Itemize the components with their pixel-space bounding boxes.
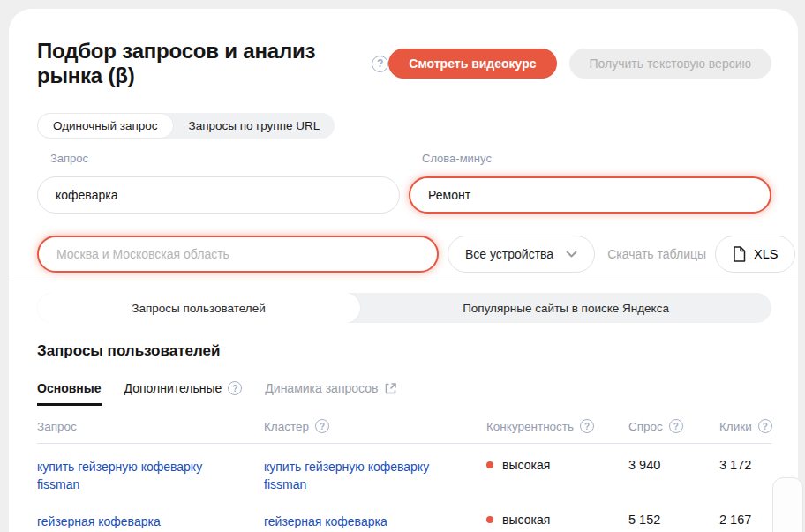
clicks-value: 3 172: [719, 458, 771, 472]
query-mode-switch: Одиночный запрос Запросы по группе URL: [37, 113, 335, 139]
chevron-down-icon: [566, 251, 577, 258]
col-header-cluster: Кластер: [264, 419, 486, 433]
queries-table: Запрос Кластер Конкурентность Спрос Клик…: [37, 419, 771, 532]
query-link[interactable]: купить гейзерную кофеварку fissman: [37, 458, 264, 494]
col-header-demand: Спрос: [628, 419, 719, 433]
file-icon: [733, 246, 746, 262]
demand-value: 5 152: [628, 513, 719, 527]
competition-dot-icon: [486, 461, 493, 468]
cluster-link[interactable]: купить гейзерную кофеварку fissman: [264, 458, 486, 494]
query-form: Запрос Слова-минус: [37, 152, 771, 214]
tab-main[interactable]: Основные: [37, 381, 102, 395]
scrollbar-thumb[interactable]: [772, 477, 803, 532]
minus-words-label: Слова-минус: [409, 152, 771, 165]
query-link[interactable]: гейзерная кофеварка: [37, 513, 264, 530]
demand-value: 3 940: [628, 458, 719, 472]
watch-videocourse-button[interactable]: Смотреть видеокурс: [388, 49, 556, 79]
competition-help-icon[interactable]: [580, 419, 594, 433]
demand-help-icon[interactable]: [669, 419, 683, 433]
results-tabs: Основные Дополнительные Динамика запросо…: [37, 381, 771, 395]
results-title: Запросы пользователей: [37, 342, 771, 360]
external-link-icon: [384, 382, 397, 395]
page-title: Подбор запросов и анализ рынка (β): [37, 39, 361, 88]
tab-query-dynamics[interactable]: Динамика запросов: [265, 381, 397, 395]
competition-value: высокая: [502, 458, 550, 472]
cluster-help-icon[interactable]: [315, 419, 329, 433]
download-tables-label: Скачать таблицы: [607, 247, 706, 261]
main-panel: Подбор запросов и анализ рынка (β) Смотр…: [9, 9, 798, 532]
competition-dot-icon: [486, 516, 493, 523]
header-buttons: Смотреть видеокурс Получить текстовую ве…: [388, 49, 771, 79]
clicks-help-icon[interactable]: [758, 419, 772, 433]
cluster-link[interactable]: гейзерная кофеварка: [264, 513, 486, 530]
table-row: купить гейзерную кофеварку fissman купит…: [37, 444, 771, 498]
results-view-switch: Запросы пользователей Популярные сайты в…: [37, 293, 771, 323]
devices-select[interactable]: Все устройства: [448, 236, 595, 273]
table-body: купить гейзерную кофеварку fissman купит…: [37, 444, 771, 532]
tab-additional-label: Дополнительные: [124, 381, 222, 395]
col-header-clicks: Клики: [719, 419, 772, 433]
competition-value: высокая: [502, 513, 550, 527]
competition-cell: высокая: [486, 458, 628, 472]
query-input[interactable]: [37, 176, 400, 214]
tab-additional[interactable]: Дополнительные: [124, 381, 243, 395]
tab-main-label: Основные: [37, 381, 102, 395]
download-xls-button[interactable]: XLS: [715, 236, 795, 273]
title-help-icon[interactable]: [372, 56, 388, 72]
query-label: Запрос: [37, 152, 400, 165]
tab-query-dynamics-label: Динамика запросов: [265, 381, 378, 395]
region-input[interactable]: [37, 236, 439, 273]
clicks-value: 2 167: [719, 513, 771, 527]
xls-button-label: XLS: [754, 247, 778, 261]
competition-cell: высокая: [486, 513, 628, 527]
devices-select-value: Все устройства: [465, 247, 553, 261]
col-header-query: Запрос: [37, 420, 264, 433]
tab-url-group-queries[interactable]: Запросы по группе URL: [174, 113, 335, 139]
segment-popular-sites[interactable]: Популярные сайты в поиске Яндекса: [360, 293, 771, 323]
additional-help-icon[interactable]: [228, 381, 242, 395]
header: Подбор запросов и анализ рынка (β) Смотр…: [37, 39, 771, 88]
col-header-competition: Конкурентность: [486, 419, 628, 433]
section-divider: [9, 281, 798, 281]
table-row: гейзерная кофеварка гейзерная кофеварка …: [37, 498, 771, 532]
get-text-version-button[interactable]: Получить текстовую версию: [569, 49, 771, 79]
segment-user-queries[interactable]: Запросы пользователей: [37, 293, 360, 323]
table-header-row: Запрос Кластер Конкурентность Спрос Клик…: [37, 419, 771, 433]
tab-single-query[interactable]: Одиночный запрос: [37, 113, 174, 139]
filters-row: Все устройства Скачать таблицы XLS: [37, 236, 771, 273]
minus-words-input[interactable]: [409, 176, 771, 214]
